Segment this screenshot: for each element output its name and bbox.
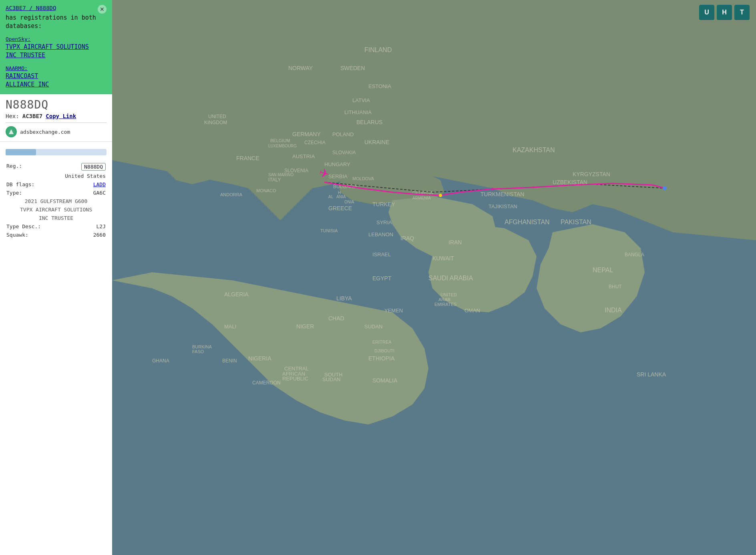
svg-point-84	[491, 188, 494, 190]
svg-text:LIBYA: LIBYA	[336, 295, 352, 302]
squawk-value: 2660	[54, 231, 107, 239]
u-button[interactable]: U	[699, 5, 714, 20]
country-value: United States	[54, 172, 107, 180]
type-label: Type:	[6, 189, 54, 197]
svg-text:EMIRATES: EMIRATES	[434, 302, 456, 307]
svg-point-85	[663, 186, 667, 190]
svg-text:ETHIOPIA: ETHIOPIA	[368, 355, 395, 362]
close-button[interactable]: ✕	[98, 5, 107, 14]
country-row: United States	[6, 172, 107, 180]
map-container[interactable]: FINLAND NORWAY SWEDEN ESTONIA LATVIA LIT…	[112, 0, 756, 555]
svg-text:BELARUS: BELARUS	[356, 119, 382, 125]
h-button[interactable]: H	[717, 5, 732, 20]
svg-text:POLAND: POLAND	[332, 131, 354, 137]
source-icon	[6, 126, 17, 137]
svg-text:ONIA: ONIA	[344, 200, 354, 204]
notification-title[interactable]: AC3BE7 / N888DQ	[6, 5, 56, 11]
svg-marker-0	[9, 129, 14, 134]
t-button[interactable]: T	[734, 5, 750, 20]
svg-point-83	[439, 194, 442, 197]
svg-text:YEMEN: YEMEN	[384, 308, 403, 314]
svg-text:EGYPT: EGYPT	[372, 275, 392, 282]
svg-text:NIGERIA: NIGERIA	[248, 355, 271, 362]
svg-text:CAMEROON: CAMEROON	[252, 380, 281, 386]
svg-text:FINLAND: FINLAND	[364, 46, 392, 53]
naarmo-label: NAARMO:	[6, 65, 107, 71]
naarmo-value2[interactable]: ALLIANCE INC	[6, 80, 107, 89]
svg-text:KYRGYZSTAN: KYRGYZSTAN	[573, 171, 610, 177]
top-right-buttons: U H T	[699, 5, 750, 20]
svg-text:MALI: MALI	[224, 324, 236, 330]
svg-text:ISRAEL: ISRAEL	[372, 251, 391, 257]
svg-text:AFGHANISTAN: AFGHANISTAN	[505, 219, 550, 225]
svg-text:ESTONIA: ESTONIA	[368, 83, 391, 89]
svg-text:AL: AL	[328, 195, 334, 199]
year-model: 2021 GULFSTREAM G600	[6, 197, 107, 205]
svg-text:TAJIKISTAN: TAJIKISTAN	[489, 203, 517, 209]
opensky-value1[interactable]: TVPX AIRCRAFT SOLUTIONS	[6, 43, 107, 51]
svg-text:SUDAN: SUDAN	[364, 324, 383, 330]
type-desc-row: Type Desc.: L2J	[6, 222, 107, 231]
svg-text:BELGIUM: BELGIUM	[270, 138, 290, 143]
year-model-row: 2021 GULFSTREAM G600	[6, 197, 107, 205]
svg-text:BHUT: BHUT	[609, 284, 622, 290]
svg-text:IRAN: IRAN	[448, 239, 462, 245]
details-panel: Reg.: N888DQ United States DB flags: LAD…	[0, 142, 112, 555]
svg-text:NORWAY: NORWAY	[288, 65, 313, 71]
svg-text:AUSTRIA: AUSTRIA	[292, 153, 315, 159]
reg-row: Reg.: N888DQ	[6, 162, 107, 172]
svg-text:ALGERIA: ALGERIA	[224, 291, 249, 298]
owner1-row: TVPX AIRCRAFT SOLUTIONS	[6, 205, 107, 214]
svg-text:BANGLA: BANGLA	[625, 252, 644, 257]
reg-badge[interactable]: N888DQ	[81, 163, 106, 171]
svg-text:NEPAL: NEPAL	[593, 267, 613, 273]
owner1: TVPX AIRCRAFT SOLUTIONS	[6, 205, 107, 214]
db-flags-label: DB flags:	[6, 180, 54, 189]
source-row: adsbexchange.com	[6, 123, 107, 137]
notification-panel: AC3BE7 / N888DQ ✕ has registrations in b…	[0, 0, 112, 94]
svg-text:HUNGARY: HUNGARY	[324, 161, 350, 167]
owner2-row: INC TRUSTEE	[6, 214, 107, 222]
svg-text:SYRIA: SYRIA	[376, 219, 392, 225]
hex-label: Hex:	[6, 113, 19, 119]
svg-text:UNITED: UNITED	[440, 292, 457, 297]
squawk-label: Squawk:	[6, 231, 54, 239]
svg-text:SERBIA: SERBIA	[328, 173, 348, 179]
svg-text:CZECHIA: CZECHIA	[304, 140, 326, 145]
svg-text:BENIN: BENIN	[222, 358, 237, 364]
db-flags-value[interactable]: LADD	[93, 181, 106, 187]
type-value: GA6C	[54, 189, 107, 197]
svg-text:LATVIA: LATVIA	[352, 97, 370, 103]
svg-text:SLOVAKIA: SLOVAKIA	[332, 150, 356, 155]
svg-text:REPUBLIC: REPUBLIC	[282, 376, 308, 382]
svg-text:ARAB: ARAB	[438, 297, 450, 302]
svg-text:SUDAN: SUDAN	[322, 376, 341, 382]
svg-text:SRI LANKA: SRI LANKA	[637, 371, 666, 378]
svg-text:ANDORRA: ANDORRA	[220, 192, 243, 197]
svg-text:UKRAINE: UKRAINE	[364, 139, 389, 145]
details-table: Reg.: N888DQ United States DB flags: LAD…	[6, 162, 107, 239]
svg-text:MOLDOVA: MOLDOVA	[352, 176, 374, 181]
sidebar: AC3BE7 / N888DQ ✕ has registrations in b…	[0, 0, 112, 555]
copy-link-button[interactable]: Copy Link	[46, 113, 76, 119]
type-desc-value: L2J	[54, 222, 107, 231]
svg-text:MONACO: MONACO	[256, 188, 276, 193]
svg-text:ERITREA: ERITREA	[372, 340, 392, 344]
aircraft-reg-large: N888DQ	[6, 98, 107, 111]
svg-text:SAN MARINO: SAN MARINO	[268, 173, 294, 177]
svg-text:LITHUANIA: LITHUANIA	[344, 109, 372, 115]
owner2: INC TRUSTEE	[6, 214, 107, 222]
svg-text:KINGDOM: KINGDOM	[204, 120, 227, 125]
map-svg: FINLAND NORWAY SWEDEN ESTONIA LATVIA LIT…	[112, 0, 756, 555]
svg-text:IRAQ: IRAQ	[400, 235, 414, 241]
reg-label: Reg.:	[6, 162, 54, 172]
opensky-value2[interactable]: INC TRUSTEE	[6, 51, 107, 60]
svg-text:GHANA: GHANA	[152, 358, 169, 364]
svg-text:UNITED: UNITED	[208, 114, 226, 119]
naarmo-value1[interactable]: RAINCOAST	[6, 72, 107, 80]
svg-text:KAZAKHSTAN: KAZAKHSTAN	[513, 147, 555, 153]
svg-text:PAKISTAN: PAKISTAN	[561, 219, 591, 225]
source-text[interactable]: adsbexchange.com	[20, 129, 70, 135]
opensky-label: OpenSky:	[6, 36, 107, 42]
progress-bar	[6, 149, 107, 155]
